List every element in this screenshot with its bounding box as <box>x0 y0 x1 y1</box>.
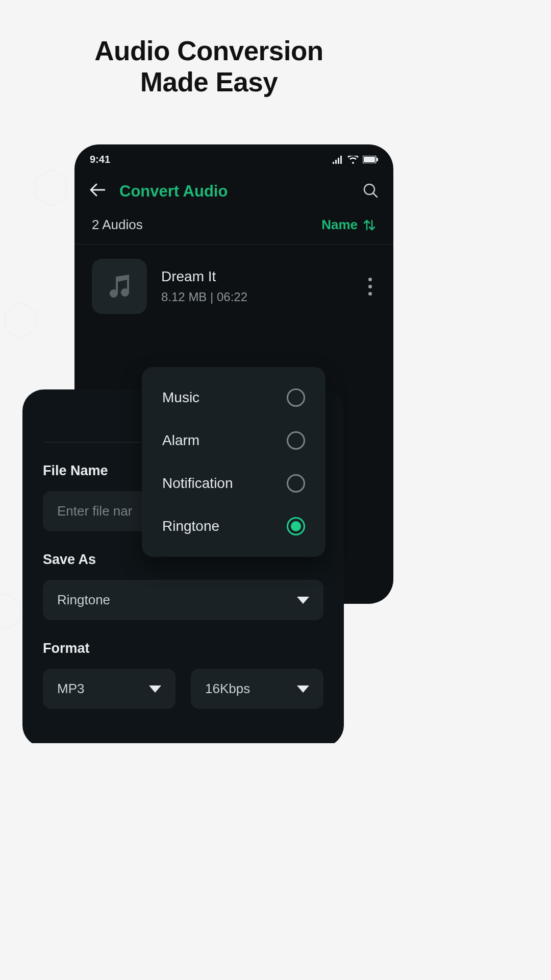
bitrate-value: 16Kbps <box>205 681 250 697</box>
svg-point-6 <box>364 184 374 194</box>
popup-option-notification[interactable]: Notification <box>162 462 305 505</box>
audio-title: Dream It <box>161 268 350 285</box>
status-time: 9:41 <box>90 154 110 165</box>
save-as-popup: Music Alarm Notification Ringtone <box>142 367 325 557</box>
chevron-down-icon <box>297 685 309 693</box>
signal-icon <box>332 156 343 164</box>
svg-marker-1 <box>5 302 36 339</box>
radio-unchecked-icon <box>287 431 305 450</box>
popup-option-ringtone[interactable]: Ringtone <box>162 505 305 535</box>
svg-rect-4 <box>364 157 375 162</box>
battery-icon <box>363 156 378 163</box>
back-arrow-icon[interactable] <box>90 182 105 201</box>
search-icon[interactable] <box>363 183 378 200</box>
save-as-dropdown[interactable]: Ringtone <box>43 580 323 620</box>
format-dropdown[interactable]: MP3 <box>43 669 176 709</box>
save-as-value: Ringtone <box>57 592 110 608</box>
audio-list-item[interactable]: Dream It 8.12 MB | 06:22 <box>74 244 393 314</box>
hero-title: Audio Conversion Made Easy <box>0 36 418 98</box>
audio-count: 2 Audios <box>92 217 143 233</box>
sort-control[interactable]: Name <box>321 217 376 233</box>
screen-title: Convert Audio <box>119 182 363 201</box>
svg-rect-5 <box>377 158 378 161</box>
chevron-down-icon <box>297 597 309 604</box>
wifi-icon <box>347 156 359 164</box>
format-value: MP3 <box>57 681 84 697</box>
music-note-icon <box>107 274 132 299</box>
format-label: Format <box>43 641 323 656</box>
chevron-down-icon <box>149 685 161 693</box>
status-bar: 9:41 <box>74 144 393 170</box>
radio-unchecked-icon <box>287 388 305 407</box>
radio-checked-icon <box>287 517 305 535</box>
bitrate-dropdown[interactable]: 16Kbps <box>191 669 323 709</box>
svg-marker-2 <box>0 593 20 630</box>
audio-subtitle: 8.12 MB | 06:22 <box>161 290 350 304</box>
sort-icon <box>363 218 376 232</box>
audio-thumbnail <box>92 259 147 314</box>
svg-marker-0 <box>36 169 66 206</box>
more-options-icon[interactable] <box>364 274 376 300</box>
radio-unchecked-icon <box>287 474 305 493</box>
sort-label: Name <box>321 217 358 233</box>
popup-option-music[interactable]: Music <box>162 388 305 419</box>
popup-option-alarm[interactable]: Alarm <box>162 419 305 462</box>
